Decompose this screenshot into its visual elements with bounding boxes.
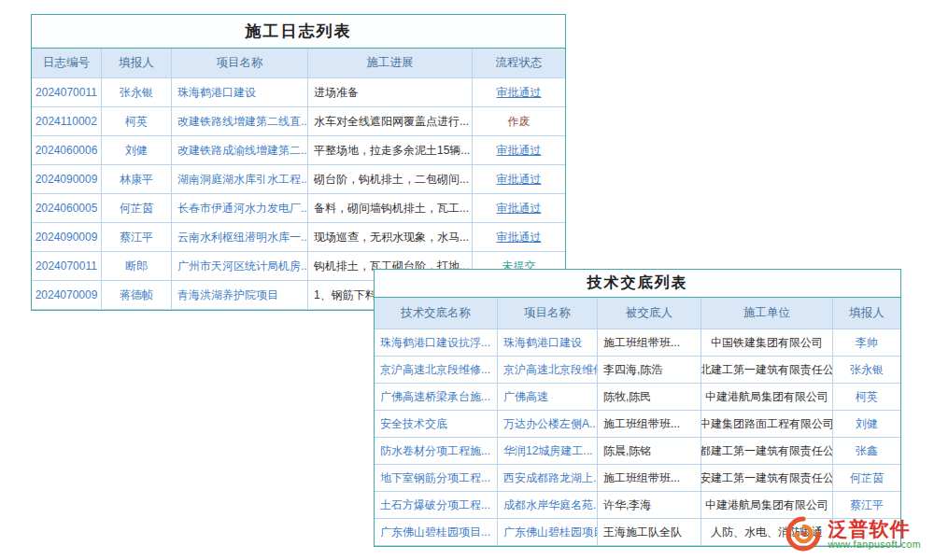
table-cell[interactable]: 审批通过 xyxy=(473,136,565,165)
table-cell[interactable]: 张鑫 xyxy=(833,438,900,465)
column-header: 项目名称 xyxy=(172,49,308,78)
table-cell[interactable]: 广东佛山碧桂园项目 xyxy=(498,519,598,546)
table-cell: 西安建工第一建筑有限责任公司 xyxy=(701,465,833,492)
table-row[interactable]: 2024060006刘健改建铁路成渝线增建第二...平整场地，拉走多余泥土15辆… xyxy=(32,136,565,165)
table-cell: 河北建工第一建筑有限责任公司 xyxy=(701,357,833,384)
table-cell: 施工班组带班... xyxy=(598,411,701,438)
table-cell[interactable]: 广州市天河区统计局机房... xyxy=(172,252,308,281)
column-header: 日志编号 xyxy=(32,49,102,78)
table-row[interactable]: 京沪高速北京段维修...京沪高速北京段维修李四海,陈浩河北建工第一建筑有限责任公… xyxy=(375,357,900,384)
column-header: 流程状态 xyxy=(473,49,565,78)
table-cell[interactable]: 万达办公楼左侧A... xyxy=(498,411,598,438)
table-header-row: 日志编号填报人项目名称施工进展流程状态 xyxy=(32,49,565,78)
table-cell[interactable]: 京沪高速北京段维修 xyxy=(498,357,598,384)
table-cell[interactable]: 2024070009 xyxy=(32,281,102,310)
table-cell[interactable]: 审批通过 xyxy=(473,78,565,107)
table-cell[interactable]: 华润12城房建工... xyxy=(498,438,598,465)
table-cell: 成都建工第一建筑有限责任公司 xyxy=(701,438,833,465)
table-row[interactable]: 2024090009林康平湖南洞庭湖水库引水工程...砌台阶，钩机排土，二包砌间… xyxy=(32,165,565,194)
table-cell[interactable]: 青海洪湖养护院项目 xyxy=(172,281,308,310)
table-cell[interactable]: 改建铁路成渝线增建第二... xyxy=(172,136,308,165)
table-cell[interactable]: 广佛高速 xyxy=(498,384,598,411)
table-cell[interactable]: 2024090009 xyxy=(32,223,102,252)
table-cell[interactable]: 西安成都路龙湖上... xyxy=(498,465,598,492)
tech-disclosure-table: 技术交底名称项目名称被交底人施工单位填报人珠海鹤港口建设抗浮...珠海鹤港口建设… xyxy=(375,298,900,546)
construction-log-window: 施工日志列表 日志编号填报人项目名称施工进展流程状态2024070011张永银珠… xyxy=(31,14,566,311)
table-cell: 王海施工队全队 xyxy=(598,519,701,546)
table-cell: 李四海,陈浩 xyxy=(598,357,701,384)
column-header: 被交底人 xyxy=(598,298,701,329)
table-cell: 平整场地，拉走多余泥土15辆... xyxy=(308,136,473,165)
table-row[interactable]: 2024090009蔡江平云南水利枢纽潜明水库一...现场巡查，无积水现象，水马… xyxy=(32,223,565,252)
tech-disclosure-titlebar[interactable]: 技术交底列表 xyxy=(375,270,900,298)
table-row[interactable]: 地下室钢筋分项工程...西安成都路龙湖上...施工班组带班...西安建工第一建筑… xyxy=(375,465,900,492)
column-header: 项目名称 xyxy=(498,298,598,329)
table-cell: 水车对全线遮阳网覆盖点进行... xyxy=(308,107,473,136)
table-cell[interactable]: 审批通过 xyxy=(473,165,565,194)
table-cell[interactable]: 断郎 xyxy=(102,252,172,281)
table-cell: 许华,李海 xyxy=(598,492,701,519)
fanpu-logo-icon xyxy=(785,515,822,553)
table-cell[interactable]: 何芷茵 xyxy=(102,194,172,223)
table-cell: 作废 xyxy=(473,107,565,136)
column-header: 施工单位 xyxy=(701,298,833,329)
table-cell[interactable]: 成都水岸华庭名苑... xyxy=(498,492,598,519)
table-cell: 砌台阶，钩机排土，二包砌间... xyxy=(308,165,473,194)
fanpu-brand-block: 泛普软件 www.fanpusoft.com xyxy=(828,518,921,551)
table-cell[interactable]: 京沪高速北京段维修... xyxy=(375,357,498,384)
table-cell[interactable]: 2024060006 xyxy=(32,136,102,165)
table-cell[interactable]: 2024070011 xyxy=(32,78,102,107)
table-cell[interactable]: 审批通过 xyxy=(473,223,565,252)
table-cell[interactable]: 广东佛山碧桂园项目... xyxy=(375,519,498,546)
table-cell[interactable]: 审批通过 xyxy=(473,194,565,223)
table-cell[interactable]: 2024070011 xyxy=(32,252,102,281)
table-row[interactable]: 2024070011张永银珠海鹤港口建设进场准备审批通过 xyxy=(32,78,565,107)
table-cell[interactable]: 林康平 xyxy=(102,165,172,194)
table-cell[interactable]: 2024110002 xyxy=(32,107,102,136)
table-cell[interactable]: 珠海鹤港口建设 xyxy=(498,329,598,357)
column-header: 技术交底名称 xyxy=(375,298,498,329)
table-row[interactable]: 2024060005何芷茵长春市伊通河水力发电厂...备料，砌间墙钩机排土，瓦工… xyxy=(32,194,565,223)
table-cell[interactable]: 何芷茵 xyxy=(833,465,900,492)
table-cell[interactable]: 刘健 xyxy=(833,411,900,438)
fanpu-brand-name: 泛普软件 xyxy=(828,518,921,539)
table-cell[interactable]: 土石方爆破分项工程... xyxy=(375,492,498,519)
table-cell[interactable]: 柯英 xyxy=(833,384,900,411)
table-cell[interactable]: 张永银 xyxy=(102,78,172,107)
column-header: 施工进展 xyxy=(308,49,473,78)
table-row[interactable]: 2024110002柯英改建铁路线增建第二线直...水车对全线遮阳网覆盖点进行.… xyxy=(32,107,565,136)
fanpu-watermark: 泛普软件 www.fanpusoft.com xyxy=(785,515,921,553)
table-row[interactable]: 广佛高速桥梁承台施...广佛高速陈牧,陈民中建港航局集团有限公司柯英 xyxy=(375,384,900,411)
table-cell[interactable]: 防水卷材分项工程施... xyxy=(375,438,498,465)
table-cell[interactable]: 安全技术交底 xyxy=(375,411,498,438)
table-cell[interactable]: 珠海鹤港口建设抗浮... xyxy=(375,329,498,357)
table-row[interactable]: 珠海鹤港口建设抗浮...珠海鹤港口建设施工班组带班...中国铁建集团有限公司李帅 xyxy=(375,329,900,357)
table-cell: 陈牧,陈民 xyxy=(598,384,701,411)
table-cell[interactable]: 刘健 xyxy=(102,136,172,165)
table-cell: 中建集团路面工程有限公司 xyxy=(701,411,833,438)
table-row[interactable]: 防水卷材分项工程施...华润12城房建工...陈晨,陈铭成都建工第一建筑有限责任… xyxy=(375,438,900,465)
table-row[interactable]: 安全技术交底万达办公楼左侧A...施工班组带班...中建集团路面工程有限公司刘健 xyxy=(375,411,900,438)
table-cell[interactable]: 广佛高速桥梁承台施... xyxy=(375,384,498,411)
table-header-row: 技术交底名称项目名称被交底人施工单位填报人 xyxy=(375,298,900,329)
tech-disclosure-window: 技术交底列表 技术交底名称项目名称被交底人施工单位填报人珠海鹤港口建设抗浮...… xyxy=(374,269,901,547)
table-cell[interactable]: 李帅 xyxy=(833,329,900,357)
table-cell[interactable]: 蒋德帧 xyxy=(102,281,172,310)
table-cell[interactable]: 柯英 xyxy=(102,107,172,136)
table-cell[interactable]: 云南水利枢纽潜明水库一... xyxy=(172,223,308,252)
table-cell[interactable]: 珠海鹤港口建设 xyxy=(172,78,308,107)
table-cell[interactable]: 蔡江平 xyxy=(102,223,172,252)
table-cell: 进场准备 xyxy=(308,78,473,107)
table-cell[interactable]: 张永银 xyxy=(833,357,900,384)
table-cell[interactable]: 2024060005 xyxy=(32,194,102,223)
table-cell: 陈晨,陈铭 xyxy=(598,438,701,465)
table-cell[interactable]: 地下室钢筋分项工程... xyxy=(375,465,498,492)
construction-log-titlebar[interactable]: 施工日志列表 xyxy=(32,15,565,49)
construction-log-title: 施工日志列表 xyxy=(246,21,352,42)
column-header: 填报人 xyxy=(102,49,172,78)
table-cell[interactable]: 2024090009 xyxy=(32,165,102,194)
table-cell[interactable]: 改建铁路线增建第二线直... xyxy=(172,107,308,136)
table-cell[interactable]: 长春市伊通河水力发电厂... xyxy=(172,194,308,223)
table-cell[interactable]: 湖南洞庭湖水库引水工程... xyxy=(172,165,308,194)
column-header: 填报人 xyxy=(833,298,900,329)
